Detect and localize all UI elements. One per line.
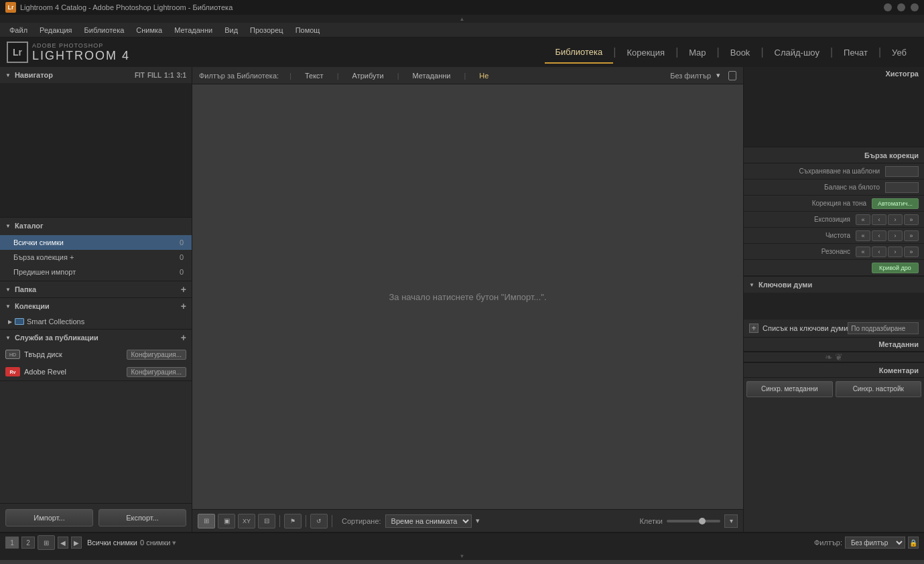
catalog-quick-collection[interactable]: Бърза колекция + 0 — [0, 250, 192, 265]
tab-slideshow[interactable]: Слайд-шоу — [764, 42, 830, 63]
view-grid-button[interactable]: ⊞ — [198, 514, 215, 528]
folders-section: ▼ Папка + — [0, 281, 192, 298]
catalog-header[interactable]: ▼ Каталог — [0, 218, 192, 234]
view-survey-button[interactable]: ⊟ — [258, 514, 275, 528]
menu-window[interactable]: Прозорец — [245, 25, 289, 36]
filter-attributes[interactable]: Атрибути — [350, 72, 387, 80]
cell-slider[interactable] — [667, 520, 720, 522]
qd-clarity-left[interactable]: ‹ — [872, 230, 886, 241]
view-loupe-button[interactable]: ▣ — [218, 514, 235, 528]
export-button[interactable]: Експорт... — [98, 509, 186, 526]
sort-select[interactable]: Време на снимката — [385, 514, 472, 528]
smart-collections-group[interactable]: ▶ Smart Collections — [0, 314, 192, 329]
menu-photo[interactable]: Снимка — [131, 25, 168, 36]
keyword-add-button[interactable]: + — [749, 324, 758, 333]
filter-metadata[interactable]: Метаданни — [410, 72, 454, 80]
qd-vibrance-dleft[interactable]: « — [856, 246, 870, 257]
ornament: ❧ ❦ — [744, 352, 924, 362]
catalog-previous-import-count: 0 — [180, 268, 184, 276]
qd-vibrance-right[interactable]: › — [888, 246, 903, 257]
filmstrip-left: 1 2 ⊞ ◀ ▶ Всички снимки 0 снимки ▾ — [5, 535, 176, 550]
filter-none[interactable]: Не — [476, 72, 491, 80]
catalog-all-photos[interactable]: Всички снимки 0 — [0, 235, 192, 250]
tab-print[interactable]: Печат — [833, 42, 878, 63]
sync-settings-button[interactable]: Синхр. настройк — [836, 381, 922, 397]
tab-web[interactable]: Уеб — [881, 42, 917, 63]
qd-vibrance-left[interactable]: ‹ — [872, 246, 886, 257]
publish-revel[interactable]: Rv Adobe Revel Конфигурация... — [0, 363, 192, 380]
menu-file[interactable]: Файл — [4, 25, 33, 36]
keywords-header[interactable]: ▼ Ключови думи — [744, 277, 924, 293]
publish-hdd[interactable]: HD Твърд диск Конфигурация... — [0, 346, 192, 363]
collections-header[interactable]: ▼ Колекции + — [0, 298, 192, 314]
menu-help[interactable]: Помощ — [290, 25, 326, 36]
page-1-button[interactable]: 1 — [5, 537, 19, 549]
sort-area: Сортиране: Време на снимката ▾ — [342, 514, 480, 528]
tab-map[interactable]: Map — [678, 42, 716, 63]
filter-text[interactable]: Текст — [302, 72, 326, 80]
lock-status-icon: 🔒 — [909, 539, 917, 547]
sort-direction-icon[interactable]: ▾ — [476, 516, 480, 525]
metadata-section-title: Метаданни — [744, 337, 924, 352]
filter-status-dropdown[interactable]: Без филтър — [845, 537, 905, 549]
hdd-config-button[interactable]: Конфигурация... — [127, 350, 186, 360]
publish-services-add-button[interactable]: + — [181, 332, 186, 343]
tab-develop[interactable]: Корекция — [616, 42, 675, 63]
menu-library[interactable]: Библиотека — [79, 25, 130, 36]
tab-book[interactable]: Book — [720, 42, 761, 63]
filmstrip-grid-icon[interactable]: ⊞ — [38, 535, 55, 550]
qd-clarity-right[interactable]: › — [888, 230, 903, 241]
filmstrip-prev-button[interactable]: ◀ — [58, 537, 68, 549]
zoom-1to1[interactable]: 1:1 — [164, 72, 174, 79]
revel-config-button[interactable]: Конфигурация... — [127, 367, 186, 377]
minimize-icon[interactable] — [884, 3, 892, 11]
cell-slider-thumb[interactable] — [699, 518, 706, 524]
close-icon[interactable] — [911, 3, 919, 11]
sync-metadata-button[interactable]: Синхр. метаданни — [746, 381, 833, 397]
page-2-button[interactable]: 2 — [21, 537, 35, 549]
qd-wb-label: Баланс на бялото — [749, 184, 885, 191]
menu-view[interactable]: Вид — [219, 25, 243, 36]
filmstrip-next-button[interactable]: ▶ — [71, 537, 82, 549]
qd-vibrance-dright[interactable]: » — [904, 246, 919, 257]
import-button[interactable]: Импорт... — [5, 509, 93, 526]
expand-button[interactable]: ▾ — [724, 514, 738, 528]
menu-edit[interactable]: Редакция — [34, 25, 77, 36]
lock-icon[interactable] — [728, 71, 736, 80]
keyword-dropdown[interactable]: По подразбиране — [848, 322, 919, 334]
maximize-icon[interactable] — [897, 3, 905, 11]
tab-library[interactable]: Библиотека — [545, 42, 614, 64]
menu-metadata[interactable]: Метаданни — [169, 25, 218, 36]
filter-dropdown-arrow: ▾ — [716, 71, 720, 80]
rotate-ccw-button[interactable]: ↺ — [310, 514, 328, 528]
navigator-header[interactable]: ▼ Навигатор FIT FILL 1:1 3:1 — [0, 67, 192, 83]
filter-status-lock[interactable]: 🔒 — [908, 537, 919, 549]
smart-collections-label: Smart Collections — [27, 318, 84, 326]
zoom-3to1[interactable]: 3:1 — [177, 72, 186, 79]
qd-row-presets: Съхраняване на шаблони — [744, 163, 924, 180]
scroll-arrow-top[interactable]: ▲ — [0, 15, 924, 23]
qd-wb-input[interactable] — [885, 182, 919, 193]
folders-header[interactable]: ▼ Папка + — [0, 281, 192, 297]
view-compare-button[interactable]: XY — [238, 514, 255, 528]
zoom-buttons: FIT FILL 1:1 3:1 — [135, 72, 186, 79]
publish-services-header[interactable]: ▼ Служби за публикации + — [0, 330, 192, 346]
catalog-previous-import[interactable]: Предишен импорт 0 — [0, 265, 192, 279]
scroll-arrow-bottom[interactable]: ▼ — [0, 552, 924, 560]
filter-preset[interactable]: Без филтър — [670, 72, 711, 80]
qd-auto-button[interactable]: Автоматич... — [872, 198, 919, 209]
navigator-preview — [0, 83, 192, 217]
qd-clarity-dleft[interactable]: « — [856, 230, 870, 241]
zoom-fill[interactable]: FILL — [147, 72, 161, 79]
qd-exposure-dright[interactable]: » — [904, 214, 919, 225]
qd-exposure-right[interactable]: › — [888, 214, 903, 225]
zoom-fit[interactable]: FIT — [135, 72, 145, 79]
qd-clarity-dright[interactable]: » — [904, 230, 919, 241]
qd-exposure-dleft[interactable]: « — [856, 214, 870, 225]
qd-presets-input[interactable] — [885, 166, 919, 177]
qd-exposure-left[interactable]: ‹ — [872, 214, 886, 225]
collections-add-button[interactable]: + — [181, 301, 186, 311]
flag-button[interactable]: ⚑ — [284, 514, 302, 528]
qd-curve-button[interactable]: Кривой дро — [872, 263, 919, 273]
folders-add-button[interactable]: + — [181, 284, 186, 295]
